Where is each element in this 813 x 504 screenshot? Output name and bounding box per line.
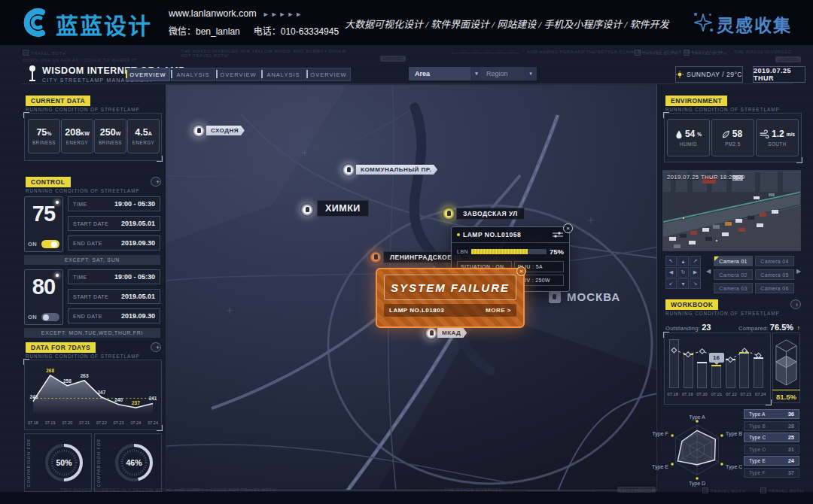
- decor-line: [452, 53, 519, 54]
- control-add-button[interactable]: +: [151, 177, 161, 187]
- data-point-label: 247: [98, 390, 106, 395]
- power-toggle-2[interactable]: [41, 313, 59, 321]
- workbook-expand-button[interactable]: ›: [790, 299, 801, 309]
- decor-checkbox-label: TRAVEL BOTH: [684, 50, 727, 56]
- settings-sliders-icon[interactable]: [552, 231, 564, 238]
- camera-03-button[interactable]: Camera 03: [714, 283, 753, 293]
- tab-overview-2[interactable]: OVERVIEW: [216, 68, 260, 81]
- type-row[interactable]: Type D31: [744, 445, 799, 454]
- pan-up-button[interactable]: ▲: [678, 256, 689, 266]
- camera-feed[interactable]: 2019.07.25 THUR 18:26:09: [662, 170, 801, 251]
- stat-card-briness2: 250W BRINESS: [94, 119, 126, 153]
- axis-label: 07.19: [45, 421, 56, 425]
- camera-scene: [663, 171, 801, 251]
- pan-down-left-button[interactable]: ↙: [665, 278, 677, 289]
- wind-icon: [760, 129, 769, 138]
- lamp-marker[interactable]: [342, 163, 355, 177]
- humidity-card: 54% HUMID: [667, 119, 710, 156]
- axis-label: 07.23: [114, 421, 124, 425]
- type-row[interactable]: Type F37: [744, 468, 799, 478]
- website-link[interactable]: www.lanlanwork.com: [169, 8, 257, 19]
- camera-next-arrow[interactable]: ▶: [796, 268, 801, 275]
- reset-view-button[interactable]: ↻: [678, 267, 689, 278]
- decor-poem: THE ROADS DIVERGED: [444, 487, 502, 492]
- radar-axis-label: Type F: [652, 431, 668, 437]
- pan-down-right-button[interactable]: ↘: [690, 278, 701, 289]
- region-select[interactable]: Region ▾: [480, 67, 537, 80]
- outstanding-label: Outstanding:: [665, 325, 700, 332]
- alert-close-button[interactable]: ×: [516, 266, 526, 276]
- axis-label: 07.21: [79, 421, 90, 425]
- area-select[interactable]: Area ▾: [409, 67, 483, 80]
- time-row[interactable]: TIME19:00 - 05:30: [68, 196, 160, 211]
- pan-up-right-button[interactable]: ↗: [690, 256, 701, 266]
- time-row[interactable]: TIME19:00 - 05:30: [68, 269, 160, 284]
- more-button[interactable]: MORE >: [486, 307, 511, 314]
- tab-analysis-2[interactable]: ANALYSIS: [261, 68, 306, 81]
- power-toggle-1[interactable]: [41, 240, 59, 248]
- brand-name[interactable]: 蓝蓝设计: [56, 8, 152, 41]
- end-date-row[interactable]: END DATE2019.09.30: [68, 235, 160, 250]
- camera-prev-arrow[interactable]: ◀: [706, 268, 711, 275]
- camera-02-button[interactable]: Camera 02: [714, 269, 753, 280]
- lamp-marker-failure[interactable]: [369, 250, 382, 264]
- tab-overview-3[interactable]: OVERVIEW: [306, 68, 351, 81]
- leaf-icon: [721, 129, 730, 139]
- date-display: 2019.07.25 THUR: [753, 66, 805, 83]
- place-label[interactable]: МКАД: [437, 328, 467, 338]
- tab-analysis-1[interactable]: ANALYSIS: [171, 68, 215, 81]
- pan-up-left-button[interactable]: ↖: [665, 256, 677, 266]
- footer-bar: [0, 492, 813, 504]
- brightness-bar[interactable]: [471, 249, 547, 254]
- end-date-row[interactable]: END DATE2019.09.30: [68, 308, 160, 323]
- week-chart-add-button[interactable]: +: [151, 342, 161, 352]
- lamp-marker[interactable]: [192, 124, 206, 138]
- type-row[interactable]: Type B28: [744, 421, 799, 431]
- control-badge: CONTROL: [26, 177, 71, 187]
- axis-label: 07.22: [96, 421, 107, 425]
- lamp-marker[interactable]: [300, 203, 314, 217]
- week-chart-subtitle: RUNNING CONDITION OF STREETLAMP: [26, 354, 140, 359]
- tab-overview-1[interactable]: OVERVIEW: [126, 68, 170, 81]
- place-label[interactable]: ХИМКИ: [317, 200, 369, 217]
- decor-checkbox-label: TRAVEL BOTH: [760, 487, 804, 493]
- arrows-decoration: ►►►►►: [263, 11, 304, 18]
- type-radar-chart: Type AType BType CType DType EType F: [652, 408, 747, 492]
- camera-05-button[interactable]: Camera 05: [755, 269, 794, 280]
- workbook-x-axis: 07.1807.1907.2007.2107.2207.2307.24: [665, 392, 768, 396]
- bulb-icon: [56, 201, 59, 204]
- tab-label: OVERVIEW: [220, 71, 256, 78]
- type-row[interactable]: Type C25: [744, 433, 799, 442]
- workbook-axis-label: 07.21: [711, 392, 723, 396]
- sparkle-icon: [693, 12, 714, 33]
- popup-close-button[interactable]: ×: [563, 223, 573, 233]
- start-date-row[interactable]: START DATE2019.05.01: [68, 289, 160, 304]
- system-failure-alert[interactable]: × SYSTEM FAILURE LAMP NO.L01803 MORE >: [376, 268, 525, 328]
- lamp-marker-warning[interactable]: [442, 207, 455, 220]
- camera-06-button[interactable]: Camera 06: [755, 283, 794, 293]
- camera-timestamp: 2019.07.25 THUR 18:26:09: [667, 174, 745, 181]
- decor-poem: TWO ROADS DIVERGED IN A YELLOW WOOD, AND…: [60, 487, 276, 492]
- place-label[interactable]: КОММУНАЛЬНЫЙ ПР.: [356, 165, 437, 175]
- type-row[interactable]: Type E24: [744, 456, 799, 466]
- type-row[interactable]: Type A36: [744, 409, 799, 419]
- data-point-label: 241: [149, 396, 157, 401]
- camera-04-button[interactable]: Camera 04: [755, 256, 794, 266]
- camera-01-button[interactable]: Camera 01: [714, 256, 753, 266]
- pan-down-button[interactable]: ▼: [678, 278, 689, 289]
- pan-left-button[interactable]: ◀: [665, 267, 677, 278]
- chevron-down-icon: ▾: [525, 67, 537, 80]
- radar-axis-label: Type A: [689, 414, 705, 421]
- inspiration-collect-label[interactable]: 灵感收集: [717, 11, 792, 37]
- lamp-marker[interactable]: [425, 326, 438, 340]
- place-label[interactable]: ЗАВОДСКАЯ УЛ: [456, 208, 525, 220]
- brightness-level-box-2: 80 ON: [24, 269, 63, 325]
- decor-checkbox-label: TRAVEL BOTH: [702, 487, 746, 493]
- week-line-chart: 24326825826324724023724107.1807.1907.200…: [25, 360, 160, 428]
- workbook-axis-label: 07.23: [741, 392, 752, 396]
- city-map[interactable]: СХОДНЯ КОММУНАЛЬНЫЙ ПР. ХИМКИ ЗАВОДСКАЯ …: [166, 84, 657, 490]
- workbook-stats: Outstanding:23 Compared:76.5% ↑: [665, 320, 800, 333]
- pan-right-button[interactable]: ▶: [690, 267, 701, 278]
- start-date-row[interactable]: START DATE2019.05.01: [68, 216, 160, 231]
- place-label[interactable]: СХОДНЯ: [206, 126, 245, 135]
